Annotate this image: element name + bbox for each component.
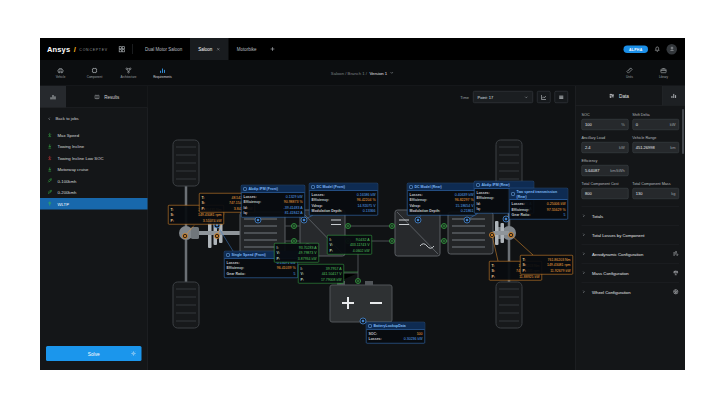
section-wheel-configuration[interactable]: Wheel Configuration bbox=[582, 282, 680, 301]
section-total-losses-by-component[interactable]: Total Losses by Component bbox=[582, 225, 680, 244]
field-input-total-component-cost[interactable]: 800 bbox=[582, 188, 629, 199]
label-box-title: Two speed transmission (Rear) bbox=[517, 190, 566, 199]
schematic-canvas[interactable]: T:224.35435 NmS:149.43081 rpmP:3.51074 k… bbox=[148, 86, 575, 370]
job-item-towing-incline-low-soc[interactable]: Towing Incline Low SOC bbox=[40, 152, 148, 164]
job-item-max-speed[interactable]: Max Speed bbox=[40, 129, 148, 141]
label-box-row: P:3.51074 kW bbox=[169, 218, 224, 224]
battery-bus-label[interactable]: I:39.7957 AV:441.50417 VP:17.79008 kW bbox=[298, 264, 344, 284]
toolbar-item-architecture[interactable]: Architecture bbox=[113, 67, 144, 79]
data-panel-chart-tab[interactable] bbox=[662, 86, 685, 106]
toolbar-item-component[interactable]: Component bbox=[79, 67, 110, 79]
section-label: Total Losses by Component bbox=[592, 232, 644, 237]
field-unit: km bbox=[670, 145, 675, 150]
tab-strip: Dual Motor SaloonSaloonMotorbike bbox=[137, 38, 265, 60]
two-speed-transmission-rear-label[interactable]: Two speed transmission (Rear)Losses:0.25… bbox=[509, 188, 568, 220]
arrow-down-icon bbox=[47, 144, 53, 150]
row-label: Losses: bbox=[369, 336, 382, 342]
close-tab-icon[interactable] bbox=[216, 47, 221, 52]
section-label: Totals bbox=[592, 213, 603, 218]
toolbar-item-library[interactable]: Library bbox=[648, 67, 679, 79]
rear-wheel-output-label[interactable]: T:761.86203 NmS:149.43081 rpmP:11.92679 … bbox=[520, 255, 573, 275]
field-label: Ancillary Load bbox=[582, 135, 629, 140]
label-box-row: Losses:0.30236 kW bbox=[367, 336, 425, 342]
job-item-0-100kmh[interactable]: 0-100kmh bbox=[40, 175, 148, 187]
time-point-value: Point: 17 bbox=[478, 95, 494, 100]
tab-saloon[interactable]: Saloon bbox=[190, 38, 229, 60]
field-label: Efficiency bbox=[582, 158, 629, 163]
chevron-right-icon bbox=[582, 290, 587, 295]
toolbar-item-label: Vehicle bbox=[56, 76, 66, 79]
component-icon bbox=[512, 193, 515, 196]
field-spacer bbox=[632, 155, 679, 178]
field-value: 2.4 bbox=[585, 145, 591, 150]
field-value: 5.64087 bbox=[585, 168, 599, 173]
field-input-ancillary-load[interactable]: 2.4kW bbox=[582, 142, 629, 153]
row-value: 0.30236 kW bbox=[404, 336, 423, 342]
scrollbar-thumb[interactable] bbox=[682, 109, 684, 154]
dc-model-front-label[interactable]: DC Model (Front)Losses:0.16586 kWEfficie… bbox=[309, 183, 378, 216]
field-value: 130 bbox=[636, 191, 643, 196]
architecture-icon bbox=[125, 67, 132, 74]
section-mass-configuration[interactable]: Mass Configuration bbox=[582, 263, 680, 282]
job-item-0-200kmh[interactable]: 0-200kmh bbox=[40, 187, 148, 199]
sidebar-tabstrip: Results bbox=[40, 86, 148, 108]
field-unit: kW bbox=[619, 145, 625, 150]
avatar[interactable] bbox=[667, 44, 678, 55]
alpha-badge[interactable]: ALPHA bbox=[623, 45, 648, 53]
back-to-jobs-button[interactable]: Back to jobs bbox=[40, 108, 148, 126]
row-label: P: bbox=[202, 206, 206, 212]
field-input-efficiency[interactable]: 5.64087km/kWh bbox=[582, 165, 629, 176]
person-icon bbox=[669, 46, 675, 52]
field-ancillary-load: Ancillary Load2.4kW bbox=[582, 132, 629, 153]
breadcrumb-path[interactable]: Saloon / Branch 1 / bbox=[331, 70, 367, 75]
list-view-button[interactable] bbox=[555, 91, 569, 103]
section-totals[interactable]: Totals bbox=[582, 206, 680, 225]
breadcrumb-version[interactable]: Version 1 bbox=[369, 70, 387, 75]
field-total-component-cost: Total Component Cost800 bbox=[582, 178, 629, 199]
toolbar-item-label: Requirements bbox=[153, 76, 172, 79]
sidebar-tab-results-icon[interactable] bbox=[40, 86, 66, 108]
dc-model-rear-label[interactable]: DC Model (Rear)Losses:0.40639 kWEfficien… bbox=[407, 183, 476, 216]
label-box-title: Abdip IPM (Rear) bbox=[482, 183, 510, 188]
front-dc-bus-label[interactable]: I:9.0432 AV:433.11743 VP:4.0602 kW bbox=[327, 235, 372, 255]
toolbar-item-requirements[interactable]: Requirements bbox=[147, 67, 178, 79]
tab-dual-motor-saloon[interactable]: Dual Motor Saloon bbox=[137, 38, 190, 60]
field-input-shift-delta[interactable]: 0kW bbox=[632, 119, 679, 130]
front-ac-bus-label[interactable]: I:93.70283 AV:49.79873 VP:3.87934 kW bbox=[274, 243, 319, 263]
chart-view-button[interactable] bbox=[537, 91, 551, 103]
solve-button[interactable]: Solve bbox=[46, 346, 142, 361]
requirements-icon bbox=[159, 67, 166, 74]
row-value: 11.92679 kW bbox=[550, 268, 570, 274]
new-tab-button[interactable] bbox=[269, 46, 275, 52]
abdip-ipm-front-label[interactable]: Abdip IPM (Front)Losses:0.1329 kWEfficie… bbox=[241, 185, 305, 218]
field-input-soc[interactable]: 100% bbox=[582, 119, 629, 130]
job-item-wltp[interactable]: WLTP bbox=[40, 198, 148, 210]
field-input-vehicle-range[interactable]: 451.26998km bbox=[632, 142, 679, 153]
apps-grid-icon[interactable] bbox=[118, 45, 126, 53]
job-label: Motorway cruise bbox=[58, 167, 89, 172]
tab-motorbike[interactable]: Motorbike bbox=[229, 38, 265, 60]
main-toolbar: VehicleComponentArchitectureRequirements… bbox=[40, 60, 685, 86]
job-item-motorway-cruise[interactable]: Motorway cruise bbox=[40, 164, 148, 176]
toolbar-item-units[interactable]: Units bbox=[614, 67, 645, 79]
row-label: P: bbox=[171, 218, 175, 224]
field-label: Total Component Mass bbox=[632, 181, 679, 186]
time-point-select[interactable]: Point: 17 bbox=[473, 91, 533, 103]
chevron-left-icon bbox=[47, 116, 52, 121]
job-item-towing-incline[interactable]: Towing Incline bbox=[40, 141, 148, 153]
component-icon bbox=[227, 253, 230, 256]
tab-label: Dual Motor Saloon bbox=[145, 47, 182, 52]
row-label: P: bbox=[523, 268, 527, 274]
results-header[interactable]: Results bbox=[66, 86, 148, 108]
battery-lookup-label[interactable]: BatteryLookupDataSOC:100Losses:0.30236 k… bbox=[366, 322, 425, 344]
section-aerodynamic-configuration[interactable]: Aerodynamic Configuration bbox=[582, 244, 680, 263]
chevron-down-icon[interactable] bbox=[390, 71, 395, 76]
aero-icon bbox=[673, 251, 680, 258]
field-input-total-component-mass[interactable]: 130kg bbox=[632, 188, 679, 199]
data-panel: Data SOC100%Shift Delta0kWAncillary Load… bbox=[575, 86, 685, 370]
tab-label: Saloon bbox=[198, 47, 212, 52]
chevron-right-icon bbox=[582, 233, 587, 238]
toolbar-item-vehicle[interactable]: Vehicle bbox=[45, 67, 76, 79]
notifications-bell-icon[interactable] bbox=[654, 46, 661, 53]
row-value: 5 bbox=[294, 271, 296, 277]
